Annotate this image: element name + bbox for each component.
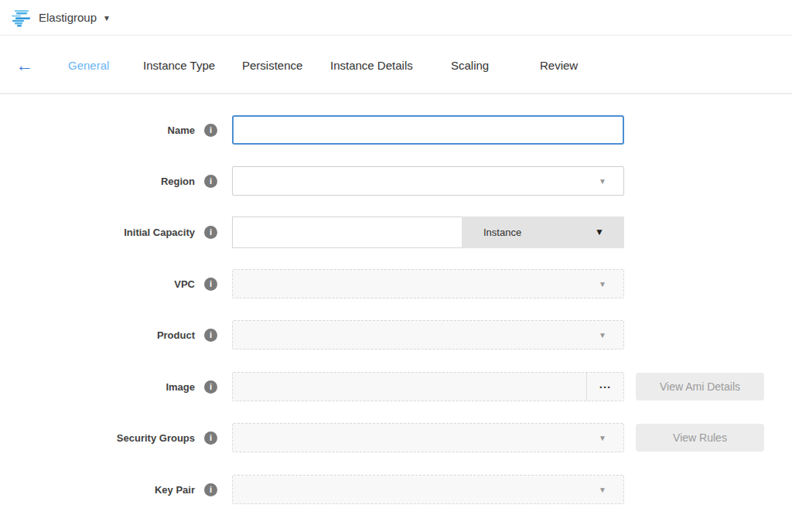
tab-review[interactable]: Review	[540, 58, 578, 71]
info-icon[interactable]: i	[204, 175, 217, 188]
chevron-down-icon: ▼	[599, 434, 606, 442]
info-icon[interactable]: i	[204, 329, 217, 342]
tab-scaling[interactable]: Scaling	[451, 58, 489, 71]
app-name: Elastigroup	[39, 11, 97, 24]
security-groups-label: Security Groups	[0, 432, 195, 444]
app-switcher-dropdown[interactable]: Elastigroup ▼	[39, 11, 111, 24]
tab-instance-type[interactable]: Instance Type	[143, 58, 215, 71]
region-label: Region	[0, 176, 195, 187]
form-row-vpc: VPC i ▼	[0, 269, 792, 298]
chevron-down-icon: ▼	[599, 486, 606, 494]
chevron-down-icon: ▼	[103, 14, 111, 22]
form-row-initial-capacity: Initial Capacity i Instance ▼	[0, 217, 792, 247]
elastigroup-logo-icon	[11, 9, 31, 27]
tab-persistence[interactable]: Persistence	[242, 58, 302, 71]
info-icon[interactable]: i	[204, 226, 217, 239]
image-picker-value	[233, 373, 586, 401]
name-label: Name	[0, 124, 195, 136]
capacity-unit-value: Instance	[483, 227, 521, 238]
initial-capacity-label: Initial Capacity	[0, 227, 195, 238]
view-rules-button[interactable]: View Rules	[636, 424, 764, 452]
form-row-name: Name i	[0, 115, 792, 145]
form-row-product: Product i ▼	[0, 320, 792, 350]
product-label: Product	[0, 329, 195, 341]
key-pair-select[interactable]: ▼	[232, 475, 624, 504]
chevron-down-icon: ▼	[599, 280, 606, 288]
tab-instance-details[interactable]: Instance Details	[330, 58, 413, 71]
product-select[interactable]: ▼	[232, 320, 624, 350]
region-select[interactable]: ▼	[232, 166, 624, 196]
info-icon[interactable]: i	[204, 380, 217, 394]
form-row-region: Region i ▼	[0, 166, 792, 196]
form-row-key-pair: Key Pair i ▼	[0, 475, 792, 504]
vpc-label: VPC	[0, 278, 195, 290]
security-groups-select[interactable]: ▼	[232, 423, 624, 452]
back-arrow-icon[interactable]: ←	[15, 56, 33, 73]
info-icon[interactable]: i	[204, 431, 217, 445]
chevron-down-icon: ▼	[599, 177, 606, 186]
initial-capacity-input[interactable]	[232, 217, 462, 248]
view-ami-details-button[interactable]: View Ami Details	[636, 373, 764, 401]
info-icon[interactable]: i	[204, 278, 217, 291]
app-header: Elastigroup ▼	[0, 0, 792, 36]
name-input[interactable]	[232, 115, 624, 145]
image-picker[interactable]: ...	[232, 372, 624, 401]
image-label: Image	[0, 381, 195, 393]
chevron-down-icon: ▼	[595, 227, 604, 237]
info-icon[interactable]: i	[204, 483, 217, 496]
chevron-down-icon: ▼	[599, 331, 606, 339]
info-icon[interactable]: i	[204, 124, 217, 137]
wizard-tabbar: ← General Instance Type Persistence Inst…	[0, 36, 792, 94]
capacity-unit-select[interactable]: Instance ▼	[462, 217, 624, 248]
vpc-select[interactable]: ▼	[232, 269, 624, 298]
tab-general[interactable]: General	[68, 58, 109, 71]
browse-ellipsis-icon[interactable]: ...	[586, 373, 623, 401]
key-pair-label: Key Pair	[0, 484, 195, 496]
